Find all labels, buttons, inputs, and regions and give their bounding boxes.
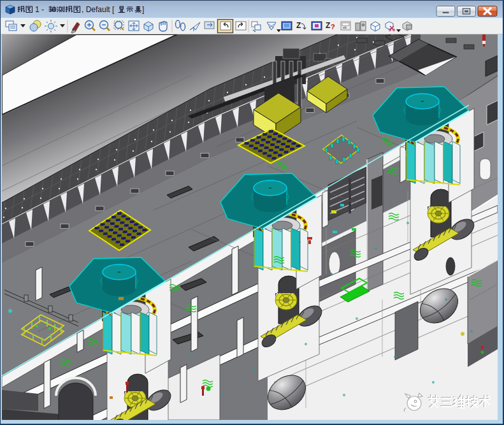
svg-text:1 -: 1 -: [35, 5, 44, 14]
svg-text:?: ?: [331, 23, 335, 31]
svg-text:Z: Z: [296, 21, 301, 30]
svg-text:, Default [: , Default [: [82, 5, 115, 14]
svg-text:ck: ck: [343, 25, 347, 29]
svg-text:]: ]: [142, 5, 144, 14]
svg-text:Z: Z: [326, 21, 330, 30]
